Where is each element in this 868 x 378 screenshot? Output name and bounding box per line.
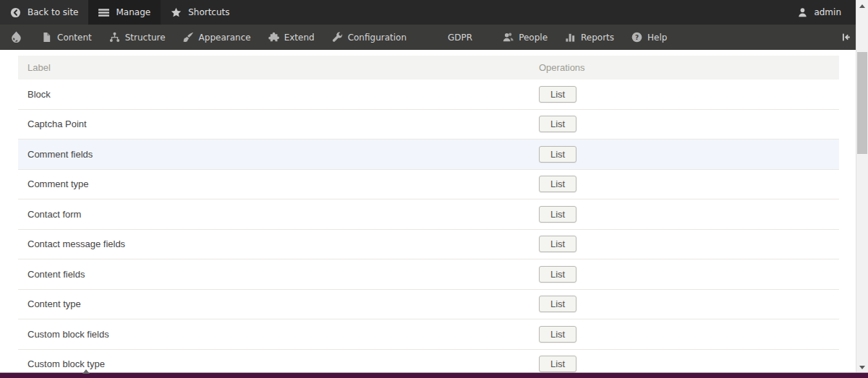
table-row: Content typeList bbox=[18, 290, 839, 320]
column-header-operations: Operations bbox=[539, 62, 839, 73]
bar-chart-icon bbox=[565, 32, 576, 43]
taskbar-notch-icon bbox=[82, 369, 90, 374]
puzzle-icon bbox=[268, 32, 279, 43]
arrow-down-icon bbox=[859, 366, 865, 369]
menu-item-structure[interactable]: Structure bbox=[101, 25, 174, 50]
scrollbar-thumb[interactable] bbox=[857, 52, 867, 154]
row-operations-cell: List bbox=[539, 146, 839, 163]
drupal-logo-icon bbox=[10, 31, 22, 43]
menu-item-label: Reports bbox=[581, 33, 614, 43]
row-operations-cell: List bbox=[539, 206, 839, 223]
row-operations-cell: List bbox=[539, 326, 839, 343]
toolbar-item-label: Manage bbox=[116, 7, 150, 17]
menu-item-label: Extend bbox=[284, 33, 315, 43]
row-label: Captcha Point bbox=[18, 119, 539, 129]
list-button[interactable]: List bbox=[539, 206, 576, 223]
toolbar-spacer bbox=[240, 0, 791, 25]
user-icon bbox=[797, 7, 808, 18]
row-label: Comment fields bbox=[18, 149, 539, 160]
list-button[interactable]: List bbox=[539, 176, 576, 192]
admin-menu-tray: ContentStructureAppearanceExtendConfigur… bbox=[0, 25, 868, 50]
menu-item-label: People bbox=[519, 33, 548, 43]
menu-item-help[interactable]: ?Help bbox=[623, 25, 676, 50]
menu-item-reports[interactable]: Reports bbox=[556, 25, 623, 50]
paintbrush-icon bbox=[183, 32, 194, 43]
toolbar-item-back-to-site[interactable]: Back to site bbox=[0, 0, 88, 25]
question-circle-icon: ? bbox=[631, 32, 642, 43]
menu-item-extend[interactable]: Extend bbox=[260, 25, 323, 50]
people-icon bbox=[503, 32, 514, 43]
list-button[interactable]: List bbox=[539, 146, 576, 163]
list-button[interactable]: List bbox=[539, 236, 576, 252]
table-body: BlockListCaptcha PointListComment fields… bbox=[18, 80, 839, 378]
menu-item-appearance[interactable]: Appearance bbox=[174, 25, 260, 50]
row-operations-cell: List bbox=[539, 296, 839, 312]
menu-item-configuration[interactable]: Configuration bbox=[323, 25, 415, 50]
file-icon bbox=[41, 32, 52, 43]
table-row: Comment typeList bbox=[18, 170, 839, 200]
menu-item-label: GDPR bbox=[448, 33, 472, 43]
menu-item-content[interactable]: Content bbox=[33, 25, 101, 50]
table-row: Custom block fieldsList bbox=[18, 319, 839, 350]
row-label: Comment type bbox=[18, 179, 539, 189]
table-row: Captcha PointList bbox=[18, 110, 839, 140]
menu-item-home[interactable] bbox=[0, 31, 33, 43]
table-row: BlockList bbox=[18, 80, 839, 110]
menu-item-gdpr[interactable]: GDPR bbox=[415, 25, 494, 50]
toolbar-item-label: Back to site bbox=[27, 7, 78, 17]
menu-item-people[interactable]: People bbox=[494, 25, 556, 50]
hamburger-icon bbox=[98, 7, 109, 18]
entity-table: Label Operations BlockListCaptcha PointL… bbox=[18, 56, 839, 378]
menu-item-label: Configuration bbox=[348, 33, 407, 43]
row-operations-cell: List bbox=[539, 236, 839, 252]
menu-item-label: Help bbox=[647, 33, 667, 43]
toolbar-collapse-button[interactable] bbox=[841, 32, 851, 43]
row-label: Custom block type bbox=[18, 358, 539, 369]
list-button[interactable]: List bbox=[539, 356, 576, 372]
row-operations-cell: List bbox=[539, 86, 839, 103]
row-label: Content type bbox=[18, 298, 539, 309]
row-label: Contact message fields bbox=[18, 239, 539, 249]
list-button[interactable]: List bbox=[539, 116, 576, 132]
toolbar-item-manage[interactable]: Manage bbox=[88, 0, 161, 25]
collapse-left-icon bbox=[841, 32, 851, 43]
vertical-scrollbar[interactable] bbox=[856, 0, 868, 373]
scrollbar-down-button[interactable] bbox=[856, 361, 868, 373]
menu-item-label: Appearance bbox=[199, 33, 251, 43]
toolbar-item-label: Shortcuts bbox=[188, 7, 229, 17]
toolbar-item-shortcuts[interactable]: Shortcuts bbox=[161, 0, 239, 25]
svg-text:?: ? bbox=[635, 34, 639, 41]
row-operations-cell: List bbox=[539, 176, 839, 192]
toolbar-user-label: admin bbox=[814, 7, 841, 17]
back-circle-icon bbox=[10, 7, 21, 18]
list-button[interactable]: List bbox=[539, 296, 576, 312]
list-button[interactable]: List bbox=[539, 266, 576, 283]
row-label: Content fields bbox=[18, 269, 539, 280]
row-label: Custom block fields bbox=[18, 329, 539, 340]
table-row: Content fieldsList bbox=[18, 259, 839, 290]
toolbar-user-menu[interactable]: admin bbox=[790, 0, 848, 25]
sitemap-icon bbox=[109, 32, 120, 43]
row-operations-cell: List bbox=[539, 266, 839, 283]
main-content: Label Operations BlockListCaptcha PointL… bbox=[0, 50, 868, 378]
star-icon bbox=[171, 7, 182, 18]
table-row: Contact formList bbox=[18, 199, 839, 230]
row-operations-cell: List bbox=[539, 116, 839, 132]
taskbar-edge-strip bbox=[0, 372, 868, 378]
scrollbar-up-button[interactable] bbox=[856, 0, 868, 12]
list-button[interactable]: List bbox=[539, 326, 576, 343]
arrow-up-icon bbox=[859, 4, 865, 8]
table-row: Contact message fieldsList bbox=[18, 230, 839, 260]
row-label: Block bbox=[18, 89, 539, 100]
column-header-label: Label bbox=[18, 62, 539, 73]
row-label: Contact form bbox=[18, 209, 539, 220]
row-operations-cell: List bbox=[539, 356, 839, 372]
admin-toolbar: Back to siteManageShortcuts admin bbox=[0, 0, 868, 25]
menu-item-label: Structure bbox=[125, 33, 166, 43]
table-row: Comment fieldsList bbox=[18, 139, 839, 170]
list-button[interactable]: List bbox=[539, 86, 576, 103]
wrench-icon bbox=[332, 32, 343, 43]
menu-item-label: Content bbox=[57, 33, 92, 43]
table-header-row: Label Operations bbox=[18, 56, 839, 80]
